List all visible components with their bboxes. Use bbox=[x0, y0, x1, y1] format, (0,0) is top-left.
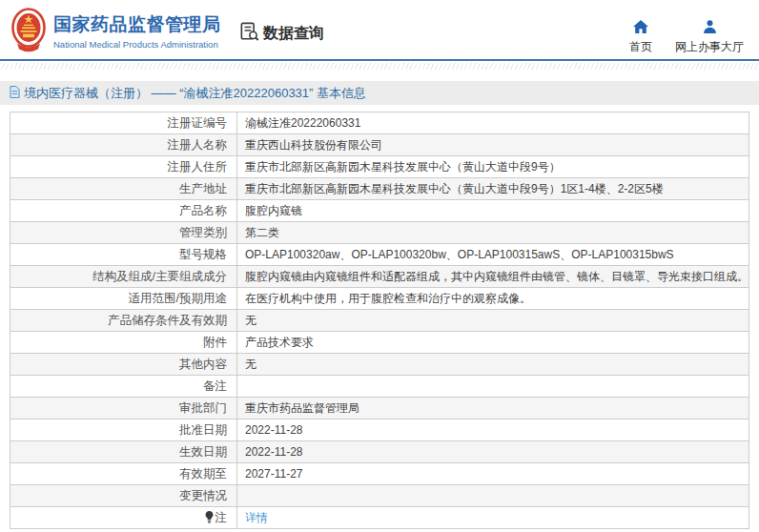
data-query-nav[interactable]: 数据查询 bbox=[240, 22, 324, 45]
row-value bbox=[237, 376, 749, 398]
row-label: 批准日期 bbox=[10, 419, 237, 441]
title-block: 国家药品监督管理局 National Medical Products Admi… bbox=[53, 13, 221, 50]
table-row: 其他内容无 bbox=[10, 354, 749, 376]
row-value: 渝械注准20222060331 bbox=[237, 113, 749, 134]
row-label: 产品名称 bbox=[10, 200, 237, 222]
row-label: 产品储存条件及有效期 bbox=[10, 310, 237, 332]
row-label: 管理类别 bbox=[10, 222, 237, 244]
row-label: 其他内容 bbox=[10, 354, 237, 376]
row-value: 在医疗机构中使用，用于腹腔检查和治疗中的观察成像。 bbox=[237, 288, 749, 310]
table-row: 结构及组成/主要组成成分腹腔内窥镜由内窥镜组件和适配器组成，其中内窥镜组件由镜管… bbox=[10, 266, 749, 288]
row-value: 无 bbox=[237, 354, 749, 376]
row-value: 2022-11-28 bbox=[237, 441, 749, 463]
row-value: 2022-11-28 bbox=[237, 419, 749, 441]
national-emblem-logo bbox=[11, 8, 46, 53]
table-row: 审批部门重庆市药品监督管理局 bbox=[10, 398, 749, 419]
table-row: 生效日期2022-11-28 bbox=[10, 441, 749, 463]
row-label: 生效日期 bbox=[10, 441, 237, 463]
page: 国家药品监督管理局 National Medical Products Admi… bbox=[0, 0, 759, 532]
row-label: 生产地址 bbox=[10, 178, 237, 200]
row-label: 变更情况 bbox=[10, 485, 237, 507]
row-label: 备注 bbox=[10, 376, 237, 398]
row-value: 腹腔内窥镜由内窥镜组件和适配器组成，其中内窥镜组件由镜管、镜体、目镜罩、导光束接… bbox=[237, 266, 749, 288]
bulb-icon bbox=[205, 511, 214, 526]
row-label: 注 bbox=[10, 507, 237, 529]
row-label: 审批部门 bbox=[10, 398, 237, 419]
table-row: 变更情况 bbox=[10, 485, 749, 507]
header-stripe-band bbox=[0, 63, 759, 70]
nav-service-hall[interactable]: 网上办事大厅 bbox=[675, 20, 744, 55]
row-value bbox=[237, 485, 749, 507]
row-label: 注册证编号 bbox=[10, 113, 237, 134]
table-row: 产品储存条件及有效期无 bbox=[10, 310, 749, 332]
table-row: 备注 bbox=[10, 376, 749, 398]
table-row: 附件产品技术要求 bbox=[10, 332, 749, 354]
table-row: 生产地址重庆市北部新区高新园木星科技发展中心（黄山大道中段9号）1区1-4楼、2… bbox=[10, 178, 749, 200]
row-label: 适用范围/预期用途 bbox=[10, 288, 237, 310]
info-table: 注册证编号渝械注准20222060331注册人名称重庆西山科技股份有限公司注册人… bbox=[10, 112, 749, 529]
breadcrumb: 境内医疗器械（注册） —— “渝械注准20222060331” 基本信息 bbox=[0, 81, 759, 105]
table-row: 注详情 bbox=[10, 507, 749, 529]
nav-service-hall-label: 网上办事大厅 bbox=[675, 39, 744, 55]
row-label: 注册人住所 bbox=[10, 156, 237, 178]
home-icon bbox=[633, 20, 648, 37]
details-link[interactable]: 详情 bbox=[245, 511, 268, 524]
table-row: 适用范围/预期用途在医疗机构中使用，用于腹腔检查和治疗中的观察成像。 bbox=[10, 288, 749, 310]
row-value: 腹腔内窥镜 bbox=[237, 200, 749, 222]
nav-home[interactable]: 首页 bbox=[629, 20, 652, 55]
page-icon bbox=[10, 85, 20, 102]
row-value: OP-LAP100320aw、OP-LAP100320bw、OP-LAP1003… bbox=[237, 244, 749, 266]
table-row: 产品名称腹腔内窥镜 bbox=[10, 200, 749, 222]
table-row: 注册证编号渝械注准20222060331 bbox=[10, 113, 749, 134]
row-label: 结构及组成/主要组成成分 bbox=[10, 266, 237, 288]
row-value: 重庆市药品监督管理局 bbox=[237, 398, 749, 419]
table-row: 管理类别第二类 bbox=[10, 222, 749, 244]
emblem-icon bbox=[11, 8, 46, 53]
row-label: 型号规格 bbox=[10, 244, 237, 266]
site-header: 国家药品监督管理局 National Medical Products Admi… bbox=[0, 0, 759, 61]
row-value: 第二类 bbox=[237, 222, 749, 244]
row-value: 无 bbox=[237, 310, 749, 332]
data-query-label: 数据查询 bbox=[263, 24, 324, 44]
document-search-icon bbox=[240, 22, 259, 45]
row-label: 注册人名称 bbox=[10, 134, 237, 156]
row-label: 附件 bbox=[10, 332, 237, 354]
table-row: 有效期至2027-11-27 bbox=[10, 463, 749, 485]
table-row: 批准日期2022-11-28 bbox=[10, 419, 749, 441]
info-table-body: 注册证编号渝械注准20222060331注册人名称重庆西山科技股份有限公司注册人… bbox=[10, 113, 749, 529]
row-value: 重庆市北部新区高新园木星科技发展中心（黄山大道中段9号）1区1-4楼、2-2区5… bbox=[237, 178, 749, 200]
row-label: 有效期至 bbox=[10, 463, 237, 485]
breadcrumb-text: 境内医疗器械（注册） —— “渝械注准20222060331” 基本信息 bbox=[24, 85, 366, 102]
row-value: 产品技术要求 bbox=[237, 332, 749, 354]
table-row: 注册人住所重庆市北部新区高新园木星科技发展中心（黄山大道中段9号） bbox=[10, 156, 749, 178]
row-value: 重庆市北部新区高新园木星科技发展中心（黄山大道中段9号） bbox=[237, 156, 749, 178]
site-subtitle: National Medical Products Administration bbox=[53, 39, 221, 50]
table-row: 注册人名称重庆西山科技股份有限公司 bbox=[10, 134, 749, 156]
row-value: 2027-11-27 bbox=[237, 463, 749, 485]
row-value: 详情 bbox=[237, 507, 749, 529]
header-nav: 首页 网上办事大厅 bbox=[629, 20, 744, 55]
row-value: 重庆西山科技股份有限公司 bbox=[237, 134, 749, 156]
table-row: 型号规格OP-LAP100320aw、OP-LAP100320bw、OP-LAP… bbox=[10, 244, 749, 266]
site-title: 国家药品监督管理局 bbox=[53, 13, 221, 36]
user-icon bbox=[703, 20, 717, 37]
nav-home-label: 首页 bbox=[629, 39, 652, 55]
